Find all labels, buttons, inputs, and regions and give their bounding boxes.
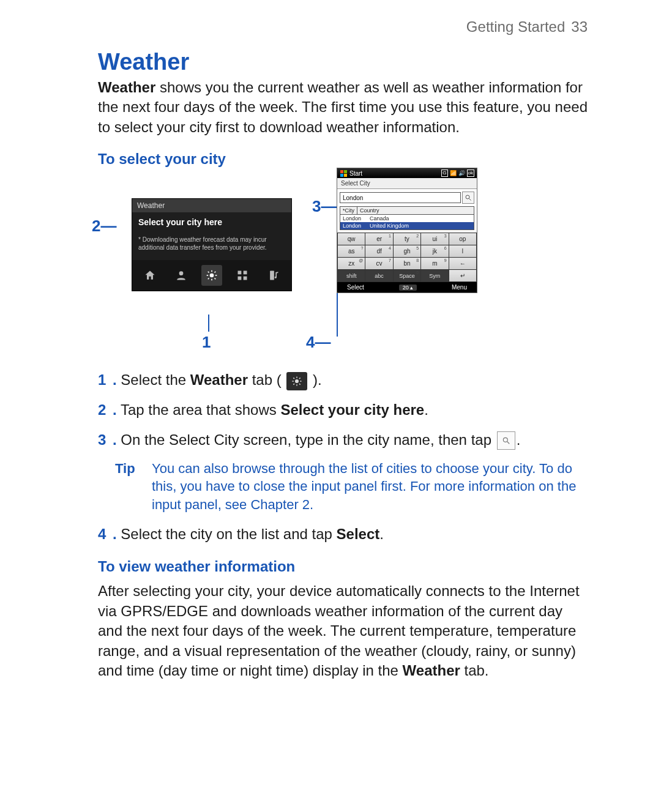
tip-block: TipYou can also browse through the list … [152,460,588,514]
running-header: Getting Started33 [466,18,588,35]
key-gh[interactable]: gh5 [393,245,420,258]
weather-tab[interactable] [201,265,222,286]
key-←[interactable]: ← [449,258,476,270]
key-shift[interactable]: shift [338,270,365,282]
select-city-row[interactable]: Select your city here [132,212,291,232]
col-country: Country [357,207,474,214]
intro-lead: Weather [98,79,155,95]
speaker-icon: 🔊 [458,170,465,176]
callout-3: 3 — [312,197,337,216]
phone-music-icon [267,269,280,281]
softkey-menu[interactable]: Menu [452,284,467,291]
key-cv[interactable]: cv7 [365,258,393,270]
svg-rect-10 [238,271,242,275]
svg-line-7 [214,278,215,280]
signal-icon: 📶 [450,170,457,176]
panel-titlebar: Weather [132,199,291,212]
key-l[interactable]: l [449,245,476,258]
key-er[interactable]: er1 [365,233,393,245]
svg-line-8 [208,278,209,280]
intro-paragraph: Weather shows you the current weather as… [98,78,588,137]
svg-line-6 [208,272,209,273]
key-m[interactable]: m9 [421,258,449,270]
leader-line [208,315,209,332]
search-icon-inline [497,431,515,450]
key-as[interactable]: as? [338,245,365,258]
list-item[interactable]: London United Kingdom [340,222,474,229]
network-g-icon: G [441,169,447,177]
svg-point-0 [179,272,183,276]
heading-weather: Weather [98,49,588,75]
key-abc[interactable]: abc [365,270,393,282]
select-city-tab: Select City [337,178,477,189]
key-ui[interactable]: ui3 [421,233,449,245]
callout-4: 4 — [306,333,330,352]
key-op[interactable]: op [449,233,476,245]
key-df[interactable]: df4 [365,245,393,258]
apps-tab[interactable] [232,265,253,286]
subheading-view-weather: To view weather information [98,558,588,575]
svg-line-24 [294,384,295,385]
search-icon [465,194,472,201]
ok-button[interactable]: ok [467,169,474,177]
intro-rest: shows you the current weather as well as… [98,79,588,135]
results-list[interactable]: London Canada London United Kingdom [340,215,474,230]
key-bn[interactable]: bn8 [393,258,420,270]
softkey-select[interactable]: Select [347,284,364,291]
key-ty[interactable]: ty2 [393,233,420,245]
svg-rect-11 [244,271,247,275]
weather-tab-icon [286,372,307,390]
svg-point-26 [503,438,507,442]
screenshot-select-city: Start G 📶 🔊 ok Select City *City Country [337,168,477,293]
callout-2: 2 — [92,217,116,236]
softkey-bar: Select 20 ▴ Menu [337,282,477,292]
step-4: 4. Select the city on the list and tap S… [122,524,588,545]
view-weather-paragraph: After selecting your city, your device a… [98,581,588,680]
tip-label: Tip [115,460,152,478]
step-3: 3. On the Select City screen, type in th… [122,430,588,451]
svg-point-15 [466,195,469,199]
person-icon [175,269,187,281]
figure-area: 2 — 3 — 1 4 — Weather Select your city h… [98,174,588,363]
key-qw[interactable]: qw [338,233,365,245]
key-↵[interactable]: ↵ [449,270,476,282]
people-tab[interactable] [171,265,192,286]
steps-list: 1. Select the Weather tab ( ). 2. Tap th… [98,370,588,545]
svg-line-25 [299,378,301,379]
city-search-input[interactable] [340,192,461,203]
section-name: Getting Started [466,18,565,35]
key-zx[interactable]: zx@ [338,258,365,270]
svg-line-9 [214,272,215,273]
step-1: 1. Select the Weather tab ( ). [122,370,588,391]
bottom-tabs [132,260,291,291]
windows-flag-icon [340,169,347,177]
status-icons: G 📶 🔊 ok [441,169,474,177]
music-tab[interactable] [263,265,284,286]
key-Space[interactable]: Space0 [393,270,420,282]
search-button[interactable] [462,192,474,204]
svg-line-27 [507,442,509,444]
list-item[interactable]: London Canada [340,215,474,222]
onscreen-keyboard[interactable]: qwer1ty2ui3opas?df4gh5jk6lzx@cv7bn8m9←sh… [337,233,477,282]
step-2: 2. Tap the area that shows Select your c… [122,400,588,421]
grid-icon [236,269,248,281]
tip-text: You can also browse through the list of … [152,461,576,512]
data-fees-note: * Downloading weather forecast data may … [132,232,291,260]
home-icon [144,269,156,281]
callout-1: 1 [202,333,211,352]
wm-topbar: Start G 📶 🔊 ok [337,168,477,178]
key-jk[interactable]: jk6 [421,245,449,258]
key-Sym[interactable]: Sym [421,270,449,282]
results-header: *City Country [340,206,474,215]
subheading-select-city: To select your city [98,151,588,168]
sip-toggle[interactable]: 20 ▴ [399,285,417,291]
start-label[interactable]: Start [349,170,362,177]
home-tab[interactable] [140,265,160,286]
svg-line-23 [299,384,301,385]
col-city: *City [340,207,357,214]
svg-rect-12 [238,277,242,280]
page-number: 33 [571,18,588,35]
sun-gear-icon [206,269,218,281]
svg-rect-13 [244,277,247,280]
svg-point-17 [295,379,299,383]
